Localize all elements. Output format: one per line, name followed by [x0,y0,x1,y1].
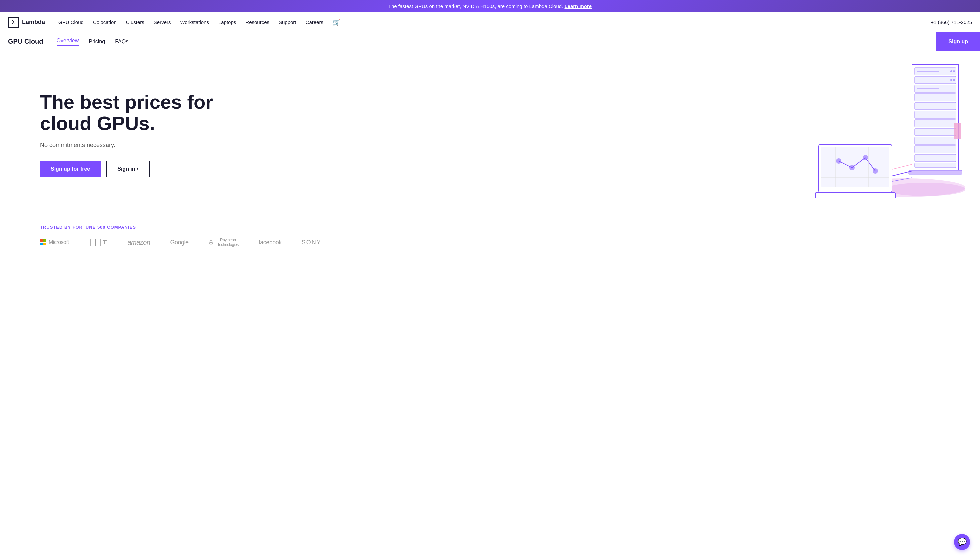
banner-link[interactable]: Learn more [564,3,592,9]
svg-rect-25 [821,147,889,187]
nav-item-clusters[interactable]: Clusters [126,19,144,25]
svg-rect-12 [915,146,956,153]
svg-point-21 [953,79,955,81]
facebook-logo: facebook [259,239,282,246]
svg-rect-23 [954,123,961,139]
svg-rect-8 [915,111,956,118]
sub-nav-links: Overview Pricing FAQs [57,38,129,46]
nav-item-careers[interactable]: Careers [306,19,323,25]
svg-rect-7 [915,102,956,110]
nav-item-gpu-cloud[interactable]: GPU Cloud [58,19,84,25]
mit-logo: |||T [89,239,107,246]
raytheon-logo: RaytheonTechnologies [209,238,239,247]
hero-subtitle: No commitments necessary. [40,142,553,149]
sub-navigation: GPU Cloud Overview Pricing FAQs Sign up [0,32,980,51]
logo-link[interactable]: λ Lambda [8,17,45,28]
svg-point-19 [953,70,955,72]
phone-number: +1 (866) 711-2025 [931,19,972,25]
nav-item-servers[interactable]: Servers [154,19,171,25]
cart-icon[interactable]: 🛒 [333,19,340,26]
sony-logo: SONY [302,239,321,246]
svg-point-1 [885,183,965,196]
nav-links: GPU Cloud Colocation Clusters Servers Wo… [58,19,931,26]
svg-rect-13 [915,154,956,162]
sign-up-free-button[interactable]: Sign up for free [40,161,101,177]
logo-icon: λ [8,17,19,28]
svg-point-18 [950,70,952,72]
nav-item-laptops[interactable]: Laptops [218,19,236,25]
svg-rect-38 [815,193,895,198]
logo-text: Lambda [22,19,45,26]
sub-nav-title: GPU Cloud [8,38,43,45]
nav-item-workstations[interactable]: Workstations [180,19,209,25]
sub-nav-pricing[interactable]: Pricing [89,39,105,45]
sub-nav-overview[interactable]: Overview [57,38,79,46]
microsoft-grid-icon [40,239,46,245]
hero-title: The best prices for cloud GPUs. [40,91,553,134]
svg-point-20 [950,79,952,81]
svg-rect-10 [915,128,956,136]
svg-rect-6 [915,94,956,101]
sub-nav-faqs[interactable]: FAQs [115,39,128,45]
nav-item-support[interactable]: Support [279,19,296,25]
sign-up-button[interactable]: Sign up [936,32,980,51]
nav-item-resources[interactable]: Resources [245,19,269,25]
company-logos: Microsoft |||T amazon Google RaytheonTec… [40,238,940,247]
banner-text: The fastest GPUs on the market, NVIDIA H… [388,3,563,9]
svg-rect-11 [915,137,956,144]
hero-illustration [553,71,972,198]
hero-buttons: Sign up for free Sign in › [40,161,553,177]
svg-rect-14 [915,163,956,168]
hero-section: The best prices for cloud GPUs. No commi… [0,51,980,211]
svg-point-41 [210,242,212,243]
trusted-section: TRUSTED BY FORTUNE 500 COMPANIES Microso… [0,211,980,264]
hero-content: The best prices for cloud GPUs. No commi… [40,91,553,178]
raytheon-icon [209,240,213,245]
nav-item-colocation[interactable]: Colocation [93,19,117,25]
hero-svg [799,58,972,198]
announcement-banner: The fastest GPUs on the market, NVIDIA H… [0,0,980,12]
google-logo: Google [170,239,189,246]
svg-rect-9 [915,120,956,127]
microsoft-logo: Microsoft [40,239,69,245]
sign-in-button[interactable]: Sign in › [106,161,150,177]
main-navigation: λ Lambda GPU Cloud Colocation Clusters S… [0,12,980,32]
amazon-logo: amazon [127,239,150,246]
trusted-label: TRUSTED BY FORTUNE 500 COMPANIES [40,225,940,230]
svg-rect-22 [909,170,962,174]
